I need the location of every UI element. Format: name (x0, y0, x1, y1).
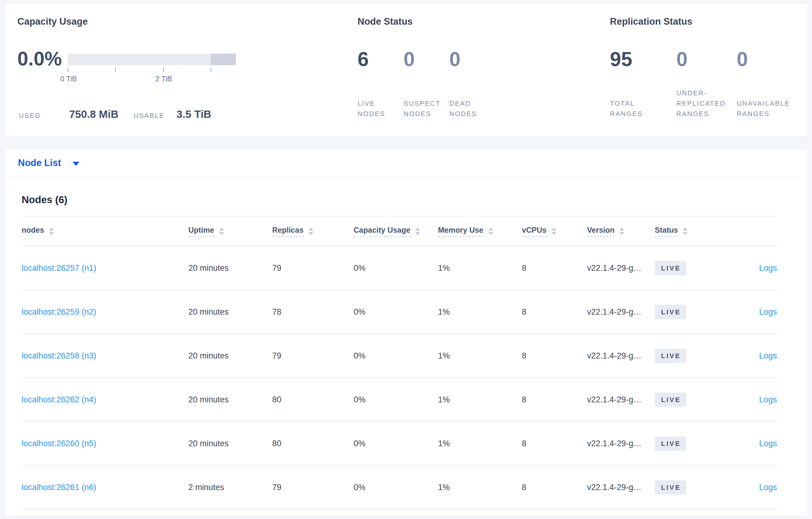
memory-use-cell: 1% (438, 439, 522, 448)
node-cell: localhost:26260 (n5) (22, 439, 188, 448)
node-list-card: Node List Nodes (6) nodes Uptime Replica… (4, 149, 808, 516)
view-selector[interactable]: Node List (5, 149, 807, 177)
node-link[interactable]: localhost:26261 (n6) (22, 483, 96, 492)
table-row: localhost:26257 (n1) 20 minutes 79 0% 1%… (22, 246, 777, 290)
nodes-table-body: localhost:26257 (n1) 20 minutes 79 0% 1%… (22, 246, 777, 510)
node-link[interactable]: localhost:26257 (n1) (22, 264, 96, 273)
node-cell: localhost:26262 (n4) (22, 395, 188, 404)
unavailable-ranges-count: 0 (737, 49, 748, 69)
sort-icon[interactable] (488, 227, 493, 235)
sort-icon[interactable] (219, 227, 224, 235)
caret-down-icon (72, 162, 79, 166)
live-nodes-count: 6 (357, 49, 369, 69)
total-ranges-count: 95 (610, 49, 632, 69)
memory-use-cell: 1% (438, 307, 522, 317)
replicas-cell: 80 (272, 439, 354, 448)
memory-use-cell: 1% (438, 395, 522, 404)
dead-nodes-label: DEAD NODES (449, 98, 486, 119)
axis-tick-label: 0 TiB (60, 74, 77, 83)
status-cell: LIVE (655, 305, 731, 319)
node-status-title: Node Status (357, 16, 413, 27)
logs-link[interactable]: Logs (759, 439, 777, 448)
memory-use-cell: 1% (438, 351, 522, 361)
dead-nodes-count: 0 (449, 49, 461, 69)
vcpus-cell: 8 (522, 395, 587, 404)
column-header-uptime[interactable]: Uptime (188, 226, 272, 237)
axis-tick-label: 2 TiB (155, 74, 172, 83)
total-ranges-label: TOTAL RANGES (610, 98, 652, 119)
status-badge: LIVE (655, 393, 686, 407)
memory-use-cell: 1% (438, 264, 522, 273)
table-row: localhost:26259 (n2) 20 minutes 78 0% 1%… (22, 290, 777, 334)
sort-icon[interactable] (619, 227, 624, 235)
node-link[interactable]: localhost:26259 (n2) (22, 307, 96, 316)
replicas-cell: 80 (272, 395, 354, 404)
capacity-bar-reserved-segment (211, 54, 236, 65)
vcpus-cell: 8 (522, 439, 587, 448)
logs-cell: Logs (731, 307, 777, 317)
status-cell: LIVE (655, 436, 731, 451)
capacity-usage-title: Capacity Usage (18, 16, 88, 27)
status-cell: LIVE (655, 261, 731, 275)
view-selector-label[interactable]: Node List (18, 157, 61, 169)
sort-icon[interactable] (415, 227, 420, 235)
usable-value: 3.5 TiB (176, 108, 211, 120)
logs-cell: Logs (731, 483, 777, 492)
replication-status-title: Replication Status (610, 16, 692, 27)
version-cell: v22.1.4-29-g… (587, 264, 655, 273)
capacity-usage-cell: 0% (354, 307, 438, 317)
column-header-memory-use[interactable]: Memory Use (438, 226, 522, 237)
version-cell: v22.1.4-29-g… (587, 351, 655, 361)
cluster-summary-card: Capacity Usage 0.0% 0 TiB 2 TiB USED 750… (4, 3, 808, 136)
column-header-version[interactable]: Version (587, 226, 655, 237)
sort-icon[interactable] (309, 227, 313, 235)
memory-use-cell: 1% (438, 483, 522, 492)
replicas-cell: 79 (272, 483, 354, 492)
suspect-nodes-count: 0 (404, 49, 415, 69)
uptime-cell: 20 minutes (188, 264, 272, 273)
uptime-cell: 20 minutes (188, 351, 272, 361)
sort-icon[interactable] (49, 227, 54, 235)
nodes-table-section: Nodes (6) nodes Uptime Replicas Capacity… (5, 177, 807, 510)
column-header-logs (731, 230, 777, 233)
vcpus-cell: 8 (522, 351, 587, 361)
table-row: localhost:26262 (n4) 20 minutes 80 0% 1%… (22, 378, 777, 422)
axis-tick (163, 68, 164, 72)
column-header-nodes[interactable]: nodes (22, 226, 188, 237)
column-header-capacity-usage[interactable]: Capacity Usage (354, 226, 438, 237)
logs-link[interactable]: Logs (759, 307, 777, 316)
node-link[interactable]: localhost:26258 (n3) (22, 351, 96, 360)
status-cell: LIVE (655, 393, 731, 407)
node-link[interactable]: localhost:26260 (n5) (22, 439, 96, 448)
logs-link[interactable]: Logs (759, 264, 777, 273)
status-badge: LIVE (655, 436, 686, 451)
version-cell: v22.1.4-29-g… (587, 483, 655, 492)
column-header-replicas[interactable]: Replicas (272, 226, 354, 237)
capacity-usage-cell: 0% (354, 351, 438, 361)
suspect-nodes-label: SUSPECT NODES (404, 98, 449, 119)
logs-link[interactable]: Logs (759, 483, 777, 492)
node-cell: localhost:26257 (n1) (22, 264, 188, 273)
axis-tick (211, 68, 211, 72)
logs-link[interactable]: Logs (759, 395, 777, 404)
used-label: USED (19, 112, 40, 120)
node-link[interactable]: localhost:26262 (n4) (22, 395, 96, 404)
logs-link[interactable]: Logs (759, 351, 777, 360)
under-replicated-ranges-label: UNDER-REPLICATED RANGES (676, 88, 742, 119)
axis-tick (68, 68, 68, 72)
version-cell: v22.1.4-29-g… (587, 307, 655, 317)
vcpus-cell: 8 (522, 264, 587, 273)
column-header-status[interactable]: Status (655, 226, 731, 237)
uptime-cell: 20 minutes (188, 395, 272, 404)
axis-tick (115, 68, 116, 72)
table-row: localhost:26260 (n5) 20 minutes 80 0% 1%… (22, 422, 777, 466)
capacity-used-percent: 0.0% (18, 49, 62, 68)
nodes-table-title: Nodes (6) (22, 194, 777, 206)
status-badge: LIVE (655, 261, 686, 275)
sort-icon[interactable] (551, 227, 556, 235)
version-cell: v22.1.4-29-g… (587, 439, 655, 448)
column-header-vcpus[interactable]: vCPUs (522, 226, 587, 237)
sort-icon[interactable] (683, 227, 688, 235)
table-row: localhost:26261 (n6) 2 minutes 79 0% 1% … (22, 466, 777, 510)
logs-cell: Logs (731, 395, 777, 404)
